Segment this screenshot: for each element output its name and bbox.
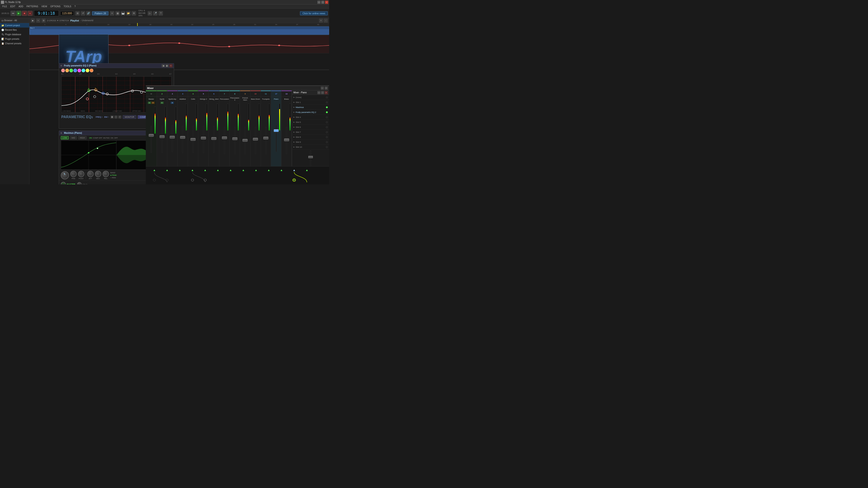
send-slot-8[interactable]: ▶ Slot 8 xyxy=(292,135,329,140)
strings2-fader[interactable] xyxy=(201,137,206,139)
eq-right-arrow[interactable]: ▶ xyxy=(165,64,168,67)
bass-drum-fader[interactable] xyxy=(253,138,258,140)
maximus-mid-band[interactable]: MID xyxy=(70,136,77,139)
audio-engine-icon[interactable]: ▷ xyxy=(148,11,152,15)
eq-plugin-header[interactable]: ⚙ Fruity parametric EQ 2 (Piano) ◀ ▶ × xyxy=(59,64,174,68)
close-button[interactable]: × xyxy=(325,1,328,4)
master-fader[interactable] xyxy=(149,134,154,137)
eq-node-3[interactable] xyxy=(69,69,73,72)
maximus-low-band[interactable]: LOW xyxy=(61,136,69,139)
eq-node-5[interactable] xyxy=(78,69,81,72)
loop-icon[interactable]: ↺ xyxy=(81,11,85,15)
sidebar-item-recent-files[interactable]: 🕐 Recent files xyxy=(0,28,29,32)
sidebar-item-current-project[interactable]: 📁 Current project xyxy=(0,23,29,28)
additive-fader[interactable] xyxy=(180,136,185,139)
maximus-rel-knob[interactable] xyxy=(103,171,109,177)
french-horn-fader[interactable] xyxy=(243,139,248,142)
eq-monitor-btn[interactable]: MONITOR xyxy=(123,115,136,119)
sends-close[interactable]: × xyxy=(324,91,328,94)
maximus-post-knob[interactable] xyxy=(78,171,84,177)
maximus-solo-knob[interactable] xyxy=(61,182,66,184)
piano-roll-icon[interactable]: 🎹 xyxy=(121,11,125,15)
send-slot-9[interactable]: ▶ Slot 9 xyxy=(292,140,329,144)
synth-fader[interactable] xyxy=(160,135,164,138)
eq-node-4[interactable] xyxy=(73,69,77,72)
mixer-icon[interactable]: ≡ xyxy=(110,11,114,15)
percussion2-fader[interactable] xyxy=(232,137,237,140)
eq-node-8[interactable] xyxy=(90,69,93,72)
step-seq-icon[interactable]: ▦ xyxy=(115,11,120,15)
maximus-solo-knob2[interactable] xyxy=(77,182,82,184)
send-slot-5[interactable]: ▶ Slot 5 xyxy=(292,120,329,125)
piano-fader[interactable] xyxy=(274,129,279,132)
browser-icon[interactable]: 📂 xyxy=(126,11,131,15)
playlist-settings-btn[interactable]: ⚙ xyxy=(41,19,46,23)
send-led-none[interactable] xyxy=(326,96,328,98)
maximize-button[interactable]: □ xyxy=(321,1,324,4)
send-led-4[interactable] xyxy=(326,116,328,118)
percussion-fader[interactable] xyxy=(222,136,227,139)
sends-maximize[interactable]: □ xyxy=(321,91,324,94)
link-icon[interactable]: 🔗 xyxy=(86,11,91,15)
synth-arp-btn[interactable]: B xyxy=(170,102,174,104)
eq-node-7[interactable] xyxy=(86,69,89,72)
playlist-play-btn[interactable]: ▶ xyxy=(31,19,35,23)
send-led-7[interactable] xyxy=(326,131,328,133)
menu-edit[interactable]: EDIT xyxy=(9,5,17,8)
send-slot-maximus[interactable]: ▶ Maximus xyxy=(292,105,329,110)
eq-power-icon[interactable]: ⚙ xyxy=(60,65,62,67)
eq-node-6[interactable] xyxy=(82,69,85,72)
mixer-minimize[interactable]: ─ xyxy=(321,87,324,90)
menu-file[interactable]: FILE xyxy=(1,5,8,8)
menu-tools[interactable]: TOOLS xyxy=(62,5,72,8)
playlist-zoom-in[interactable]: + xyxy=(319,19,323,23)
maximus-gear-icon[interactable]: ⚙ xyxy=(60,132,62,134)
eq-node-1[interactable] xyxy=(61,69,65,72)
send-led-6[interactable] xyxy=(326,126,328,128)
tempo-display[interactable]: 115.000 xyxy=(60,11,74,15)
send-slot-4[interactable]: ▶ Slot 4 xyxy=(292,115,329,120)
sidebar-item-channel-presets[interactable]: 📋 Channel presets xyxy=(0,41,29,46)
question-icon[interactable]: ? xyxy=(158,11,163,15)
arp-block-full[interactable]: Arp 2 xyxy=(29,26,329,35)
trumpets-fader[interactable] xyxy=(264,137,268,139)
send-slot-6[interactable]: ▶ Slot 6 xyxy=(292,125,329,130)
menu-help[interactable]: ? xyxy=(73,5,77,8)
send-led-9[interactable] xyxy=(326,141,328,143)
sends-minimize[interactable]: ─ xyxy=(317,91,320,94)
eq-node-2[interactable] xyxy=(65,69,69,72)
stop-button[interactable]: ■ xyxy=(22,11,27,16)
synth-arp-fader[interactable] xyxy=(170,136,175,138)
mixer-close[interactable]: × xyxy=(324,87,328,90)
menu-add[interactable]: ADD xyxy=(17,5,25,8)
send-slot-10[interactable]: ▶ Slot 10 xyxy=(292,144,329,150)
playlist-add-btn[interactable]: + xyxy=(36,19,40,23)
maximus-pre-knob[interactable] xyxy=(70,171,76,177)
menu-view[interactable]: VIEW xyxy=(40,5,49,8)
master-green-btn[interactable]: G xyxy=(148,102,151,104)
brass-fader[interactable] xyxy=(284,138,289,141)
sends-fader-handle[interactable] xyxy=(308,156,313,158)
play-button[interactable]: ▶ xyxy=(16,11,21,16)
send-slot-1[interactable]: ▶ Slot 1 xyxy=(292,100,329,105)
settings-icon[interactable]: ⚙ xyxy=(131,11,136,15)
mic-icon[interactable]: 🎤 xyxy=(153,11,158,15)
eq-close[interactable]: × xyxy=(169,64,173,67)
rewind-button[interactable]: ⏮ xyxy=(11,11,16,16)
menu-options[interactable]: OPTIONS xyxy=(49,5,62,8)
snap-icon[interactable]: ⊞ xyxy=(75,11,80,15)
playlist-zoom-out[interactable]: - xyxy=(324,19,328,23)
eq-toggle-1[interactable]: ▦ xyxy=(111,116,114,119)
maximus-main-knob[interactable] xyxy=(61,171,69,180)
eq-left-arrow[interactable]: ◀ xyxy=(162,64,165,67)
online-news-button[interactable]: Click for online news xyxy=(300,11,328,15)
minimize-button[interactable]: ─ xyxy=(317,1,320,4)
send-slot-eq[interactable]: ▶ Fruity parametric EQ 2 xyxy=(292,110,329,115)
cello-fader[interactable] xyxy=(191,138,195,141)
send-led-eq[interactable] xyxy=(326,111,328,113)
eq-toggle-3[interactable]: ✓ xyxy=(118,116,121,119)
eq-toggle-2[interactable]: ○ xyxy=(114,116,118,119)
maximus-high-band[interactable]: HIGH xyxy=(78,136,87,139)
send-led-1[interactable] xyxy=(326,101,328,103)
send-slot-7[interactable]: ▶ Slot 7 xyxy=(292,130,329,135)
